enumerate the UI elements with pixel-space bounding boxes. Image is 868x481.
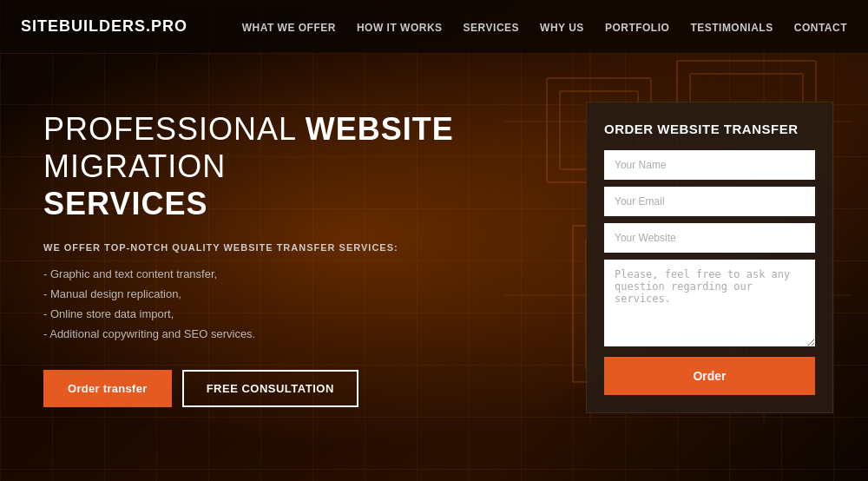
nav-link-portfolio[interactable]: PORTFOLIO [605, 22, 670, 34]
nav-item-testimonials[interactable]: TESTIMONIALS [690, 19, 773, 35]
name-input[interactable] [604, 150, 815, 180]
nav-link-contact[interactable]: CONTACT [794, 22, 847, 34]
nav-link-services[interactable]: SERVICES [464, 22, 519, 34]
feature-item-4: - Additional copywriting and SEO service… [43, 326, 560, 342]
features-list: - Graphic and text content transfer, - M… [43, 267, 560, 343]
order-transfer-button[interactable]: Order transfer [43, 370, 172, 407]
nav-item-how-it-works[interactable]: HOW IT WORKS [357, 19, 443, 35]
order-form-panel: ORDER WEBSITE TRANSFER Order [586, 102, 833, 413]
nav-link-how-it-works[interactable]: HOW IT WORKS [357, 22, 443, 34]
message-textarea[interactable] [604, 260, 815, 346]
nav-item-why-us[interactable]: WHY US [540, 19, 584, 35]
nav-item-portfolio[interactable]: PORTFOLIO [605, 19, 670, 35]
content-area: PROFESSIONAL WEBSITE MIGRATION SERVICES … [0, 54, 868, 481]
form-title: ORDER WEBSITE TRANSFER [604, 122, 815, 136]
free-consultation-button[interactable]: FREE CONSULTATION [182, 370, 358, 407]
nav-link-what-we-offer[interactable]: WHAT WE OFFER [242, 22, 336, 34]
buttons-row: Order transfer FREE CONSULTATION [43, 370, 560, 407]
hero-title-part1: PROFESSIONAL [43, 111, 306, 147]
email-input[interactable] [604, 187, 815, 216]
nav-item-services[interactable]: SERVICES [464, 19, 519, 35]
hero-subtitle: WE OFFER TOP-NOTCH QUALITY WEBSITE TRANS… [43, 242, 560, 253]
hero-left-content: PROFESSIONAL WEBSITE MIGRATION SERVICES … [43, 102, 560, 407]
nav-link-why-us[interactable]: WHY US [540, 22, 584, 34]
feature-item-3: - Online store data import, [43, 306, 560, 322]
hero-title-line2: SERVICES [43, 186, 207, 221]
hero-section: SITEBUILDERS.PRO WHAT WE OFFER HOW IT WO… [0, 0, 868, 481]
hero-title-part2: MIGRATION [43, 148, 226, 184]
navbar: SITEBUILDERS.PRO WHAT WE OFFER HOW IT WO… [0, 0, 868, 54]
nav-link-testimonials[interactable]: TESTIMONIALS [690, 22, 773, 34]
nav-links: WHAT WE OFFER HOW IT WORKS SERVICES WHY … [242, 19, 847, 35]
hero-title-bold: WEBSITE [306, 111, 454, 147]
order-submit-button[interactable]: Order [604, 357, 815, 395]
logo: SITEBUILDERS.PRO [21, 17, 187, 36]
feature-item-2: - Manual design replication, [43, 287, 560, 302]
hero-title: PROFESSIONAL WEBSITE MIGRATION SERVICES [43, 110, 560, 223]
website-input[interactable] [604, 223, 815, 253]
nav-item-what-we-offer[interactable]: WHAT WE OFFER [242, 19, 336, 35]
nav-item-contact[interactable]: CONTACT [794, 19, 847, 35]
feature-item-1: - Graphic and text content transfer, [43, 267, 560, 282]
